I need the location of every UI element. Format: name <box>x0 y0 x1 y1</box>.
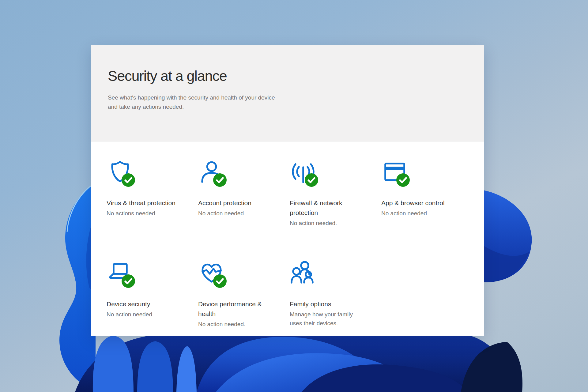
tiles-grid: Virus & threat protection No actions nee… <box>91 141 484 360</box>
security-glance-header: Security at a glance See what's happenin… <box>91 45 484 141</box>
tile-icon-wrap <box>198 259 226 287</box>
tile-account-protection[interactable]: Account protection No action needed. <box>198 158 290 259</box>
status-ok-check-icon <box>396 173 410 187</box>
tile-icon-wrap <box>290 158 318 186</box>
tile-status: No action needed. <box>198 209 264 218</box>
tile-icon-wrap <box>198 158 226 186</box>
status-ok-check-icon <box>213 173 227 187</box>
tile-label: Family options <box>290 299 363 309</box>
tile-icon-wrap <box>290 259 318 287</box>
tile-status: Manage how your family uses their device… <box>290 310 356 328</box>
tile-label: App & browser control <box>381 198 454 208</box>
status-ok-check-icon <box>121 173 135 187</box>
tile-virus-threat-protection[interactable]: Virus & threat protection No actions nee… <box>107 158 198 259</box>
tile-icon-wrap <box>107 158 135 186</box>
tile-app-browser-control[interactable]: App & browser control No action needed. <box>381 158 473 259</box>
tile-label: Firewall & network protection <box>290 198 363 218</box>
status-ok-check-icon <box>121 274 135 288</box>
tile-status: No action needed. <box>290 219 356 228</box>
tile-device-performance-health[interactable]: Device performance & health No action ne… <box>198 259 290 360</box>
tile-device-security[interactable]: Device security No action needed. <box>107 259 198 360</box>
page-subtitle-line1: See what's happening with the security a… <box>108 93 466 102</box>
tile-icon-wrap <box>381 158 409 186</box>
status-ok-check-icon <box>213 274 227 288</box>
windows-security-window: Security at a glance See what's happenin… <box>91 45 484 336</box>
tile-label: Account protection <box>198 198 271 208</box>
desktop: { "theme": { "accent_blue": "#1274d4", "… <box>0 0 588 392</box>
tile-status: No action needed. <box>198 320 264 329</box>
family-icon <box>290 259 317 286</box>
page-subtitle: See what's happening with the security a… <box>108 93 466 111</box>
tile-label: Device security <box>107 299 179 309</box>
tile-firewall-network-protection[interactable]: Firewall & network protection No action … <box>290 158 381 259</box>
tile-status: No action needed. <box>107 310 173 319</box>
tile-status: No action needed. <box>381 209 447 218</box>
page-title: Security at a glance <box>108 67 466 85</box>
tile-label: Device performance & health <box>198 299 271 319</box>
tile-label: Virus & threat protection <box>107 198 179 208</box>
tile-family-options[interactable]: Family options Manage how your family us… <box>290 259 381 360</box>
status-ok-check-icon <box>304 173 318 187</box>
page-subtitle-line2: and take any actions needed. <box>108 102 466 111</box>
tile-status: No actions needed. <box>107 209 173 218</box>
tile-icon-wrap <box>107 259 135 287</box>
